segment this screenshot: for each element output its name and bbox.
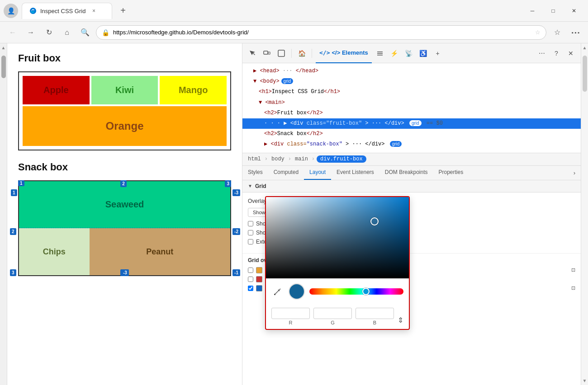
snack-box-color-swatch[interactable]	[256, 285, 262, 291]
color-picker-circle[interactable]	[370, 217, 379, 225]
snack-box-container: Seaweed Chips Peanut 1 2 3 1 2 3 -3 -2 -…	[18, 180, 231, 276]
devtools-scrollbar[interactable]: ▲ ▼	[581, 43, 588, 385]
color-preview-circle[interactable]	[289, 283, 305, 300]
fruit-box-color-swatch[interactable]	[256, 276, 262, 282]
dt-scroll-up-arrow[interactable]: ▲	[583, 45, 587, 50]
dom-tree: ▶ <head> ··· </head> ▼ <body>grid <h1>In…	[242, 63, 581, 153]
snack-box-overlay-icon[interactable]: ⊡	[571, 285, 575, 291]
favorites-button[interactable]: ☆	[550, 25, 564, 40]
fav-icon[interactable]: ☆	[535, 29, 541, 36]
dom-line-h2-fruit[interactable]: <h2>Fruit box</h2>	[242, 108, 581, 118]
lock-icon: 🔒	[102, 29, 109, 36]
scroll-thumb[interactable]	[1, 56, 6, 78]
fruit-box-title: Fruit box	[18, 52, 231, 64]
sources-button[interactable]: 📡	[403, 47, 415, 60]
elements-label: </> Elements	[332, 49, 368, 56]
body-overlay-checkbox[interactable]	[248, 268, 253, 273]
breadcrumb-html[interactable]: html	[246, 155, 263, 163]
elements-panel-button[interactable]: </> </> Elements	[316, 43, 372, 63]
tab-event-listeners[interactable]: Event Listeners	[331, 165, 379, 180]
devtools-close-button[interactable]: ✕	[564, 47, 577, 60]
svg-rect-7	[274, 294, 275, 295]
b-value-input[interactable]: 150	[356, 308, 394, 319]
color-picker-controls	[266, 278, 409, 304]
search-button[interactable]: 🔍	[78, 25, 92, 40]
url-input[interactable]	[113, 29, 531, 36]
back-button[interactable]: ←	[5, 25, 20, 40]
dt-scroll-thumb[interactable]	[583, 56, 587, 92]
b-label: B	[373, 320, 376, 325]
tab-close-button[interactable]: ×	[89, 6, 98, 15]
body-overlay-icon[interactable]: ⊡	[571, 267, 575, 273]
show-track-sizes-checkbox[interactable]	[248, 221, 253, 226]
breadcrumb-body[interactable]: body	[270, 155, 286, 163]
tab-styles[interactable]: Styles	[242, 165, 268, 180]
elements-icon: </>	[319, 49, 330, 56]
color-gradient-area[interactable]	[266, 197, 409, 278]
tab-properties[interactable]: Properties	[433, 165, 469, 180]
body-color-swatch[interactable]	[256, 267, 262, 273]
grid-section-header[interactable]: ▼ Grid	[242, 180, 581, 192]
home-devtools-button[interactable]: 🏠	[295, 47, 308, 60]
more-button[interactable]: ⋯	[568, 25, 583, 40]
dom-line-snack-div[interactable]: ▶ <div class="snack-box" > ··· </div> gr…	[242, 139, 581, 150]
new-tab-button[interactable]: +	[116, 4, 130, 18]
refresh-button[interactable]: ↻	[42, 25, 56, 40]
more-tools-button[interactable]: ⋯	[536, 47, 548, 60]
eyedropper-button[interactable]	[271, 285, 284, 298]
dom-line-h2-snack[interactable]: <h2>Snack box</h2>	[242, 129, 581, 139]
user-avatar[interactable]: 👤	[4, 4, 18, 18]
add-panel-button[interactable]: +	[432, 47, 444, 60]
color-mode-arrows[interactable]: ⇕	[398, 316, 403, 324]
fruit-box-overlay-checkbox[interactable]	[248, 277, 253, 282]
close-button[interactable]: ✕	[564, 4, 584, 18]
devtools-toolbar: 🏠 </> </> Elements ⚡ 📡 ♿ + ⋯ ? ✕	[242, 43, 581, 63]
tab-dom-breakpoints[interactable]: DOM Breakpoints	[379, 165, 433, 180]
show-area-names-checkbox[interactable]	[248, 230, 253, 235]
left-scrollbar[interactable]: ▲	[0, 43, 7, 385]
svg-rect-3	[278, 50, 285, 56]
fruit-box-grid: Apple Kiwi Mango Orange	[18, 71, 231, 150]
grid-badge-snack: grid	[390, 141, 402, 147]
help-button[interactable]: ?	[550, 47, 563, 60]
performance-button[interactable]: ⚡	[388, 47, 401, 60]
dom-line-fruit-div[interactable]: · · · ▶ <div class="fruit-box" > ··· </d…	[242, 118, 581, 129]
hue-slider-container	[309, 288, 403, 295]
maximize-button[interactable]: □	[543, 4, 564, 18]
snack-box-overlay-checkbox[interactable]	[248, 286, 253, 291]
device-toolbar-button[interactable]	[261, 47, 273, 60]
network-icon	[376, 50, 384, 57]
toolbar-separator	[291, 49, 292, 58]
breadcrumb-div-fruit-box[interactable]: div.fruit-box	[317, 155, 366, 163]
r-value-input[interactable]: 19	[271, 308, 310, 319]
g-value-input[interactable]: 99	[313, 308, 352, 319]
dom-line-body[interactable]: ▼ <body>grid	[242, 76, 581, 87]
devtools-tabs: Styles Computed Layout Event Listeners D…	[242, 166, 581, 180]
dom-line-head[interactable]: ▶ <head> ··· </head>	[242, 66, 581, 76]
network-button[interactable]	[374, 47, 386, 60]
tabs-more-button[interactable]: ›	[568, 166, 581, 179]
dt-scroll-down-arrow[interactable]: ▼	[583, 378, 587, 383]
tab-computed[interactable]: Computed	[268, 165, 304, 180]
breadcrumb-main[interactable]: main	[293, 155, 310, 163]
dom-line-main[interactable]: ▼ <main>	[242, 98, 581, 108]
minimize-button[interactable]: ─	[522, 4, 543, 18]
home-button[interactable]: ⌂	[60, 25, 74, 40]
console-button[interactable]	[275, 47, 288, 60]
inspect-element-button[interactable]	[246, 47, 259, 60]
accessibility-button[interactable]: ♿	[417, 47, 430, 60]
hue-slider[interactable]	[309, 288, 403, 295]
r-input-group: 19 R	[271, 308, 310, 325]
forward-button[interactable]: →	[24, 25, 38, 40]
address-bar[interactable]: 🔒 ☆	[96, 25, 546, 40]
scroll-up-arrow[interactable]: ▲	[1, 43, 6, 52]
browser-tab[interactable]: Inspect CSS Grid ×	[22, 3, 112, 19]
dom-line-h1[interactable]: <h1>Inspect CSS Grid</h1>	[242, 87, 581, 97]
svg-point-0	[30, 8, 36, 14]
tab-layout[interactable]: Layout	[304, 165, 331, 180]
hue-thumb[interactable]	[362, 288, 370, 295]
extend-grid-lines-checkbox[interactable]	[248, 239, 253, 244]
console-icon	[278, 50, 285, 57]
content-area: ▲ Fruit box Apple Kiwi Mango Orange Snac…	[0, 43, 588, 385]
seaweed-cell: Seaweed	[19, 181, 230, 228]
